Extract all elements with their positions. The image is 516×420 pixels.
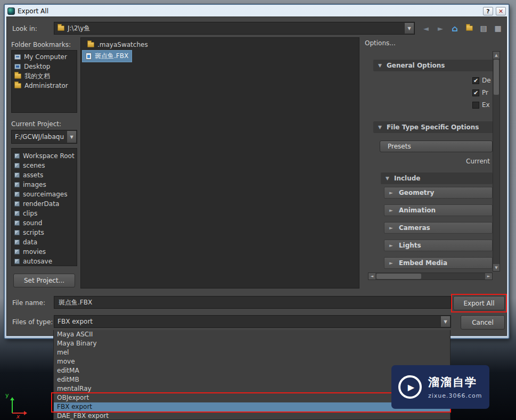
list-view-icon[interactable]: ▤ (478, 22, 489, 35)
chevron-right-icon: ► (389, 225, 393, 230)
project-folder-item[interactable]: Workspace Root (12, 151, 77, 161)
file-list-panel[interactable]: .mayaSwatches 斑点鱼.FBX (80, 37, 359, 289)
scroll-left-icon[interactable]: ◄ (368, 273, 375, 279)
cancel-button[interactable]: Cancel (461, 315, 505, 330)
current-project-dropdown-arrow[interactable]: ▼ (67, 131, 76, 143)
dialog-body: Look in: J:\2\y鱼 ▼ ◄ ► ⌂ ▤ ▦ Folder Book… (6, 17, 507, 336)
look-in-dropdown[interactable]: J:\2\y鱼 ▼ (54, 22, 415, 35)
export-all-dialog: Export All ? ✕ Look in: J:\2\y鱼 ▼ ◄ ► ⌂ … (4, 4, 509, 339)
cube-icon (14, 182, 20, 187)
project-folder-item[interactable]: assets (12, 170, 77, 180)
folder-bookmarks-label: Folder Bookmarks: (11, 41, 71, 48)
project-folder-item[interactable]: scenes (12, 161, 77, 170)
type-option-editmb[interactable]: editMB (54, 375, 450, 384)
checkbox-label: Pr (482, 89, 488, 96)
forward-icon[interactable]: ► (435, 22, 446, 35)
cube-icon (14, 259, 20, 264)
project-folder-label: clips (23, 210, 37, 217)
watermark-site: zixue.3066.com (428, 392, 482, 399)
general-options-label: General Options (387, 62, 445, 69)
details-view-icon[interactable]: ▦ (492, 22, 504, 35)
files-of-type-dropdown-arrow[interactable]: ▼ (440, 316, 450, 327)
checkbox-checked[interactable]: ✔ (472, 89, 479, 96)
close-button[interactable]: ✕ (496, 7, 506, 15)
type-option-mel[interactable]: mel (54, 348, 450, 357)
fbx-file-icon (86, 53, 92, 60)
section-animation[interactable]: ► Animation (384, 204, 493, 216)
back-icon[interactable]: ◄ (420, 22, 432, 35)
bookmark-item-my-computer[interactable]: My Computer (12, 52, 77, 62)
files-of-type-dropdown[interactable]: FBX export ▼ (54, 315, 451, 328)
home-icon[interactable]: ⌂ (449, 22, 461, 35)
type-option-editma[interactable]: editMA (54, 366, 450, 375)
project-folder-item[interactable]: renderData (12, 199, 77, 209)
type-option-objexport[interactable]: OBJexport (54, 393, 450, 402)
chevron-down-icon: ▼ (378, 125, 382, 130)
type-option-dae-fbx-export[interactable]: DAE_FBX export (54, 411, 450, 420)
options-horizontal-scrollbar[interactable]: ◄ ► (368, 273, 493, 280)
file-item-label: 斑点鱼.FBX (95, 52, 128, 61)
project-folder-item[interactable]: sound (12, 218, 77, 228)
section-cameras[interactable]: ► Cameras (384, 222, 493, 234)
project-folder-item[interactable]: sourceimages (12, 190, 77, 199)
watermark-badge: ▶ 溜溜自学 zixue.3066.com (391, 365, 489, 409)
project-folder-item[interactable]: data (12, 237, 77, 247)
file-type-specific-options-header[interactable]: ▼ File Type Specific Options (373, 121, 494, 133)
cube-icon (14, 172, 20, 178)
dialog-titlebar[interactable]: Export All ? ✕ (6, 6, 507, 17)
scroll-up-icon[interactable]: ▲ (493, 52, 499, 59)
bookmark-item-desktop[interactable]: Desktop (12, 62, 77, 71)
project-folder-item[interactable]: movies (12, 247, 77, 257)
bookmark-item-documents[interactable]: 我的文档 (12, 71, 77, 81)
project-folder-label: Workspace Root (23, 152, 75, 160)
export-all-button[interactable]: Export All (453, 296, 505, 310)
vertical-scroll-thumb[interactable] (494, 60, 499, 95)
file-item-fbx-selected[interactable]: 斑点鱼.FBX (82, 50, 132, 62)
section-lights[interactable]: ► Lights (384, 240, 493, 251)
project-folder-label: movies (23, 248, 46, 256)
project-folder-item[interactable]: scripts (12, 228, 77, 237)
project-folder-item[interactable]: images (12, 180, 77, 190)
checkbox-row-default-extensions: ✔ De (472, 77, 491, 84)
horizontal-scroll-thumb[interactable] (376, 274, 421, 279)
type-option-move[interactable]: move (54, 357, 450, 366)
current-project-label: Current Project: (11, 120, 61, 128)
type-option-mentalray[interactable]: mentalRay (54, 384, 450, 393)
type-option-maya-binary[interactable]: Maya Binary (54, 339, 450, 348)
type-option-fbx-export[interactable]: FBX export (54, 402, 450, 411)
project-folder-label: renderData (23, 200, 59, 208)
chevron-right-icon: ► (389, 190, 393, 195)
type-option-maya-ascii[interactable]: Maya ASCII (54, 330, 450, 339)
look-in-label: Look in: (12, 25, 37, 32)
checkbox-unchecked[interactable] (472, 102, 479, 109)
scroll-down-icon[interactable]: ▼ (493, 264, 499, 271)
computer-icon (14, 54, 21, 60)
file-item-mayaswatches[interactable]: .mayaSwatches (84, 40, 151, 50)
set-project-button[interactable]: Set Project... (13, 274, 75, 287)
bookmark-label: 我的文档 (24, 72, 50, 81)
project-folder-item[interactable]: autosave (12, 257, 77, 266)
options-vertical-scrollbar[interactable]: ▲ ▼ (493, 51, 500, 271)
project-folder-label: sourceimages (23, 191, 67, 198)
chevron-right-icon: ► (389, 243, 393, 248)
bookmark-item-administrator[interactable]: Administrator (12, 81, 77, 90)
current-project-dropdown[interactable]: F:/GCWJ/labaqu ▼ (11, 130, 77, 144)
project-folder-item[interactable]: clips (12, 209, 77, 218)
help-button[interactable]: ? (483, 7, 493, 15)
checkbox-label: Ex (482, 101, 490, 109)
section-label: Geometry (399, 189, 434, 196)
include-label: Include (394, 175, 421, 182)
include-header[interactable]: ▼ Include (381, 172, 493, 184)
section-embed-media[interactable]: ► Embed Media (384, 257, 493, 269)
file-type-specific-options-label: File Type Specific Options (387, 123, 479, 131)
checkbox-checked[interactable]: ✔ (472, 77, 479, 84)
general-options-header[interactable]: ▼ General Options (373, 60, 494, 71)
look-in-dropdown-arrow[interactable]: ▼ (404, 23, 414, 34)
scroll-right-icon[interactable]: ► (485, 273, 492, 279)
files-of-type-label: Files of type: (12, 318, 53, 326)
file-name-input[interactable] (54, 296, 451, 309)
presets-button[interactable]: Presets (380, 141, 493, 152)
section-geometry[interactable]: ► Geometry (384, 187, 493, 199)
new-folder-icon[interactable] (463, 22, 475, 35)
folder-icon (87, 42, 94, 47)
